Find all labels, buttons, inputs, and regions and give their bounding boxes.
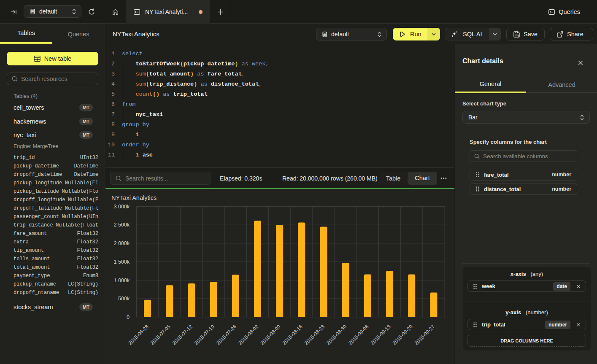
svg-text:2 500k: 2 500k (113, 222, 130, 228)
svg-text:2015-08-02: 2015-08-02 (237, 324, 260, 346)
svg-text:2015-09-13: 2015-09-13 (369, 324, 392, 346)
svg-text:2015-08-23: 2015-08-23 (303, 324, 326, 346)
svg-text:NYTaxi Analytics: NYTaxi Analytics (111, 194, 157, 201)
svg-text:2015-06-28: 2015-06-28 (127, 324, 150, 346)
svg-text:2015-07-12: 2015-07-12 (171, 324, 194, 346)
svg-text:2015-08-09: 2015-08-09 (259, 324, 282, 346)
svg-text:2015-07-26: 2015-07-26 (215, 324, 238, 346)
svg-text:2 000k: 2 000k (113, 240, 130, 246)
svg-text:500k: 500k (118, 296, 130, 302)
svg-text:2015-08-16: 2015-08-16 (281, 324, 304, 346)
svg-text:3 000k: 3 000k (113, 204, 130, 210)
svg-text:2015-09-06: 2015-09-06 (347, 324, 370, 346)
svg-text:1 500k: 1 500k (113, 259, 130, 265)
svg-text:2015-07-05: 2015-07-05 (149, 324, 172, 346)
svg-text:0: 0 (127, 314, 130, 320)
svg-text:2015-07-19: 2015-07-19 (193, 324, 216, 346)
svg-text:2015-09-20: 2015-09-20 (392, 324, 414, 346)
svg-text:2015-09-27: 2015-09-27 (413, 324, 436, 346)
svg-text:2015-08-30: 2015-08-30 (325, 324, 348, 346)
svg-text:1 000k: 1 000k (113, 278, 130, 283)
